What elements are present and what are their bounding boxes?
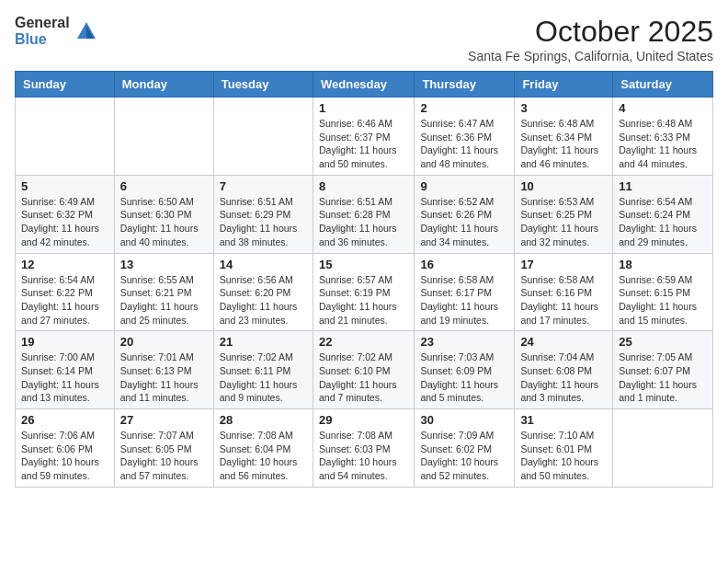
day-cell (613, 409, 713, 488)
day-number: 22 (319, 335, 408, 349)
day-number: 6 (120, 179, 208, 193)
day-cell: 18Sunrise: 6:59 AM Sunset: 6:15 PM Dayli… (613, 253, 713, 331)
day-info: Sunrise: 6:55 AM Sunset: 6:21 PM Dayligh… (120, 273, 208, 327)
day-info: Sunrise: 7:04 AM Sunset: 6:08 PM Dayligh… (520, 350, 607, 405)
day-number: 23 (420, 335, 508, 349)
day-number: 31 (520, 413, 607, 427)
day-cell: 7Sunrise: 6:51 AM Sunset: 6:29 PM Daylig… (213, 175, 313, 253)
day-number: 20 (120, 335, 208, 349)
calendar: SundayMondayTuesdayWednesdayThursdayFrid… (15, 71, 713, 488)
weekday-header-sunday: Sunday (16, 72, 115, 98)
day-number: 12 (21, 258, 108, 271)
day-number: 8 (319, 179, 408, 193)
weekday-header-row: SundayMondayTuesdayWednesdayThursdayFrid… (16, 72, 713, 98)
day-cell: 17Sunrise: 6:58 AM Sunset: 6:16 PM Dayli… (515, 253, 613, 331)
logo-icon (74, 18, 99, 44)
day-cell: 2Sunrise: 6:47 AM Sunset: 6:36 PM Daylig… (415, 98, 515, 176)
weekday-header-thursday: Thursday (415, 72, 515, 98)
day-number: 13 (120, 258, 208, 271)
day-cell: 23Sunrise: 7:03 AM Sunset: 6:09 PM Dayli… (415, 331, 515, 409)
day-cell: 10Sunrise: 6:53 AM Sunset: 6:25 PM Dayli… (515, 175, 613, 253)
logo-general: General (15, 15, 70, 31)
day-number: 19 (21, 335, 108, 349)
day-info: Sunrise: 7:08 AM Sunset: 6:03 PM Dayligh… (319, 429, 408, 483)
day-cell: 11Sunrise: 6:54 AM Sunset: 6:24 PM Dayli… (613, 175, 713, 253)
title-section: October 2025 Santa Fe Springs, Californi… (468, 15, 713, 63)
day-info: Sunrise: 6:59 AM Sunset: 6:15 PM Dayligh… (619, 273, 707, 327)
day-cell: 21Sunrise: 7:02 AM Sunset: 6:11 PM Dayli… (213, 331, 313, 409)
weekday-header-friday: Friday (515, 72, 613, 98)
page-header: General Blue October 2025 Santa Fe Sprin… (15, 15, 713, 63)
day-number: 24 (520, 335, 607, 349)
day-info: Sunrise: 6:53 AM Sunset: 6:25 PM Dayligh… (520, 195, 607, 249)
day-info: Sunrise: 7:07 AM Sunset: 6:05 PM Dayligh… (120, 429, 208, 483)
day-cell: 26Sunrise: 7:06 AM Sunset: 6:06 PM Dayli… (16, 409, 115, 488)
day-cell: 9Sunrise: 6:52 AM Sunset: 6:26 PM Daylig… (415, 175, 515, 253)
day-info: Sunrise: 7:06 AM Sunset: 6:06 PM Dayligh… (21, 429, 108, 483)
week-row-5: 26Sunrise: 7:06 AM Sunset: 6:06 PM Dayli… (16, 409, 713, 488)
day-info: Sunrise: 6:54 AM Sunset: 6:24 PM Dayligh… (619, 195, 707, 249)
day-number: 30 (420, 413, 508, 427)
day-cell: 16Sunrise: 6:58 AM Sunset: 6:17 PM Dayli… (415, 253, 515, 331)
day-cell: 27Sunrise: 7:07 AM Sunset: 6:05 PM Dayli… (114, 409, 213, 488)
day-info: Sunrise: 6:58 AM Sunset: 6:16 PM Dayligh… (520, 273, 607, 327)
weekday-header-wednesday: Wednesday (313, 72, 414, 98)
day-cell: 20Sunrise: 7:01 AM Sunset: 6:13 PM Dayli… (114, 331, 213, 409)
day-number: 21 (220, 335, 307, 349)
day-info: Sunrise: 6:57 AM Sunset: 6:19 PM Dayligh… (319, 273, 408, 327)
day-info: Sunrise: 7:00 AM Sunset: 6:14 PM Dayligh… (21, 350, 108, 405)
day-info: Sunrise: 7:05 AM Sunset: 6:07 PM Dayligh… (619, 350, 707, 405)
week-row-3: 12Sunrise: 6:54 AM Sunset: 6:22 PM Dayli… (16, 253, 713, 331)
day-info: Sunrise: 6:58 AM Sunset: 6:17 PM Dayligh… (420, 273, 508, 327)
day-number: 18 (619, 258, 707, 271)
logo-blue: Blue (15, 31, 70, 48)
day-number: 11 (619, 179, 707, 193)
day-info: Sunrise: 7:08 AM Sunset: 6:04 PM Dayligh… (220, 429, 307, 483)
day-cell: 4Sunrise: 6:48 AM Sunset: 6:33 PM Daylig… (613, 98, 713, 176)
day-cell: 25Sunrise: 7:05 AM Sunset: 6:07 PM Dayli… (613, 331, 713, 409)
day-info: Sunrise: 6:46 AM Sunset: 6:37 PM Dayligh… (319, 117, 408, 171)
day-info: Sunrise: 6:52 AM Sunset: 6:26 PM Dayligh… (420, 195, 508, 249)
location: Santa Fe Springs, California, United Sta… (468, 49, 713, 63)
day-number: 25 (619, 335, 707, 349)
day-cell: 29Sunrise: 7:08 AM Sunset: 6:03 PM Dayli… (313, 409, 414, 488)
day-info: Sunrise: 7:01 AM Sunset: 6:13 PM Dayligh… (120, 350, 208, 405)
day-number: 26 (21, 413, 108, 427)
month-title: October 2025 (468, 15, 713, 49)
day-number: 7 (220, 179, 307, 193)
day-cell: 12Sunrise: 6:54 AM Sunset: 6:22 PM Dayli… (16, 253, 115, 331)
day-cell: 3Sunrise: 6:48 AM Sunset: 6:34 PM Daylig… (515, 98, 613, 176)
day-cell (213, 98, 313, 176)
day-info: Sunrise: 6:51 AM Sunset: 6:28 PM Dayligh… (319, 195, 408, 249)
day-number: 14 (220, 258, 307, 271)
day-info: Sunrise: 6:48 AM Sunset: 6:34 PM Dayligh… (520, 117, 607, 171)
day-number: 3 (520, 101, 607, 115)
day-number: 10 (520, 179, 607, 193)
weekday-header-monday: Monday (114, 72, 213, 98)
day-number: 15 (319, 258, 408, 271)
day-number: 5 (21, 179, 108, 193)
weekday-header-tuesday: Tuesday (213, 72, 313, 98)
day-cell: 8Sunrise: 6:51 AM Sunset: 6:28 PM Daylig… (313, 175, 414, 253)
day-number: 2 (420, 101, 508, 115)
day-cell: 19Sunrise: 7:00 AM Sunset: 6:14 PM Dayli… (16, 331, 115, 409)
day-cell: 14Sunrise: 6:56 AM Sunset: 6:20 PM Dayli… (213, 253, 313, 331)
day-info: Sunrise: 7:03 AM Sunset: 6:09 PM Dayligh… (420, 350, 508, 405)
day-number: 16 (420, 258, 508, 271)
day-cell: 28Sunrise: 7:08 AM Sunset: 6:04 PM Dayli… (213, 409, 313, 488)
week-row-4: 19Sunrise: 7:00 AM Sunset: 6:14 PM Dayli… (16, 331, 713, 409)
day-number: 17 (520, 258, 607, 271)
day-info: Sunrise: 6:51 AM Sunset: 6:29 PM Dayligh… (220, 195, 307, 249)
day-info: Sunrise: 7:09 AM Sunset: 6:02 PM Dayligh… (420, 429, 508, 483)
day-info: Sunrise: 7:10 AM Sunset: 6:01 PM Dayligh… (520, 429, 607, 483)
day-cell: 31Sunrise: 7:10 AM Sunset: 6:01 PM Dayli… (515, 409, 613, 488)
day-number: 1 (319, 101, 408, 115)
day-cell: 15Sunrise: 6:57 AM Sunset: 6:19 PM Dayli… (313, 253, 414, 331)
day-cell: 24Sunrise: 7:04 AM Sunset: 6:08 PM Dayli… (515, 331, 613, 409)
day-cell: 6Sunrise: 6:50 AM Sunset: 6:30 PM Daylig… (114, 175, 213, 253)
day-info: Sunrise: 6:50 AM Sunset: 6:30 PM Dayligh… (120, 195, 208, 249)
day-cell: 22Sunrise: 7:02 AM Sunset: 6:10 PM Dayli… (313, 331, 414, 409)
day-info: Sunrise: 7:02 AM Sunset: 6:10 PM Dayligh… (319, 350, 408, 405)
day-cell: 1Sunrise: 6:46 AM Sunset: 6:37 PM Daylig… (313, 98, 414, 176)
day-info: Sunrise: 6:48 AM Sunset: 6:33 PM Dayligh… (619, 117, 707, 171)
